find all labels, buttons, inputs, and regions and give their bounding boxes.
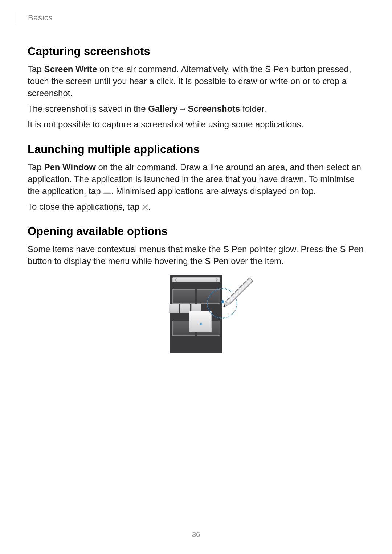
heading-capturing-screenshots: Capturing screenshots bbox=[28, 45, 364, 58]
text: Tap bbox=[28, 162, 44, 172]
tile bbox=[180, 304, 190, 313]
paragraph: It is not possible to capture a screensh… bbox=[28, 118, 364, 130]
minimise-icon bbox=[103, 187, 111, 195]
text: Tap bbox=[28, 64, 44, 74]
text: folder. bbox=[240, 104, 266, 114]
term-gallery: Gallery bbox=[148, 104, 177, 114]
term-pen-window: Pen Window bbox=[44, 162, 95, 172]
text: . Minimised applications are always disp… bbox=[111, 186, 316, 196]
tile bbox=[172, 289, 196, 304]
hover-ring-icon bbox=[207, 288, 237, 319]
text: The screenshot is saved in the bbox=[28, 104, 148, 114]
close-icon bbox=[142, 204, 148, 210]
term-screen-write: Screen Write bbox=[44, 64, 97, 74]
term-screenshots: Screenshots bbox=[188, 104, 240, 114]
s-pen-hover-illustration bbox=[170, 275, 222, 353]
arrow-icon: → bbox=[178, 103, 188, 115]
paragraph: To close the applications, tap . bbox=[28, 201, 364, 213]
heading-opening-available-options: Opening available options bbox=[28, 225, 364, 238]
heading-launching-multiple-applications: Launching multiple applications bbox=[28, 143, 364, 156]
tile bbox=[169, 304, 179, 313]
tab-bar bbox=[172, 277, 220, 282]
page-number: 36 bbox=[0, 530, 392, 539]
text: . bbox=[148, 202, 151, 212]
focused-tile bbox=[189, 311, 212, 332]
paragraph: The screenshot is saved in the Gallery →… bbox=[28, 103, 364, 115]
text: To close the applications, tap bbox=[28, 202, 142, 212]
breadcrumb: Basics bbox=[15, 12, 364, 24]
paragraph: Tap Screen Write on the air command. Alt… bbox=[28, 63, 364, 99]
paragraph: Tap Pen Window on the air command. Draw … bbox=[28, 161, 364, 197]
paragraph: Some items have contextual menus that ma… bbox=[28, 243, 364, 267]
